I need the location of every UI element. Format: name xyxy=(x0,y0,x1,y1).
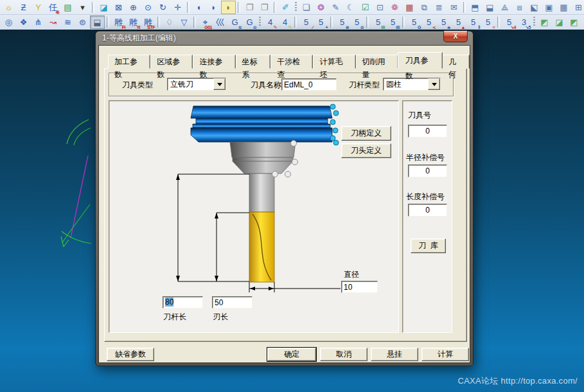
ok-button[interactable]: 确定 xyxy=(267,348,316,361)
layers-caret-icon[interactable]: ▾ xyxy=(75,1,90,14)
frame-box-icon[interactable]: ⊡ xyxy=(373,1,387,14)
convert-5to4-icon[interactable]: 5↘4 xyxy=(502,15,517,29)
green-op-a-icon[interactable]: ◩ xyxy=(537,15,552,29)
axis5-mill-b-icon[interactable]: 5▤ xyxy=(385,15,400,29)
solid-box-icon[interactable]: ⬒ xyxy=(468,1,482,14)
spray-brush-icon[interactable]: ✐ xyxy=(278,1,293,14)
axis5-drill-b-icon[interactable]: 5⊘ xyxy=(350,15,364,29)
folder-send-icon[interactable]: ✉ xyxy=(447,1,461,14)
fan-blade-icon[interactable]: ⋔ xyxy=(31,15,46,29)
tab-region-params[interactable]: 区域参数 xyxy=(150,55,193,69)
copy-a-icon[interactable]: ❐ xyxy=(242,1,257,14)
chevron-down-icon[interactable] xyxy=(213,78,226,90)
axis5-base-icon[interactable]: 5≡ xyxy=(481,15,495,29)
keyboard-panel-icon[interactable]: ▦ xyxy=(402,1,417,14)
filter-icon[interactable]: Y xyxy=(31,1,46,14)
check-edit-icon[interactable]: ☑ xyxy=(358,1,373,14)
engrave-yi-icon[interactable]: 雕YI xyxy=(126,15,141,29)
tab-machining-params[interactable]: 加工参数 xyxy=(108,55,150,69)
green-op-d-icon[interactable]: ◪ xyxy=(581,15,584,29)
axis5-mill-a-icon[interactable]: 5▤ xyxy=(371,15,385,29)
sheet-stack-icon[interactable]: ≣ xyxy=(432,1,447,14)
shade-bulb-icon[interactable]: ☼ xyxy=(1,1,16,14)
axis5-parallel-icon[interactable]: 5∥ xyxy=(466,15,481,29)
edge-length-input[interactable] xyxy=(212,296,252,308)
calculate-button[interactable]: 计算 xyxy=(421,348,469,361)
axis5-drill-a-icon[interactable]: 5⊗ xyxy=(335,15,350,29)
pan-view-icon[interactable]: ✛ xyxy=(170,1,185,14)
eraser-icon[interactable]: ◪ xyxy=(96,1,111,14)
axis5-g-icon[interactable]: 5G xyxy=(407,15,421,29)
diameter-input[interactable] xyxy=(341,281,378,293)
engrave-stf-icon[interactable]: 雕STF xyxy=(141,15,155,29)
green-op-c-icon[interactable]: ◩ xyxy=(567,15,581,29)
view-moon-icon[interactable]: ☾ xyxy=(343,1,358,14)
shank-define-button[interactable]: 刀柄定义 xyxy=(341,126,391,141)
tab-cutting-params[interactable]: 切削用量 xyxy=(356,55,398,69)
green-op-b-icon[interactable]: ◪ xyxy=(552,15,567,29)
g01-lamp-icon[interactable]: ⌖G01 xyxy=(198,15,213,29)
dialog-titlebar[interactable]: 1-等高线粗加工(编辑) X xyxy=(98,31,470,45)
surface-shell-b-icon[interactable]: ◗ xyxy=(206,1,221,14)
render-palette-icon[interactable]: ❂ xyxy=(314,1,328,14)
solid-target-icon[interactable]: ⊞ xyxy=(571,1,584,14)
radius-comp-input[interactable] xyxy=(408,165,447,177)
cad-viewport[interactable]: CAXA论坛 http://top.caxa.com/ 1-等高线粗加工(编辑)… xyxy=(0,30,584,392)
coil-icon[interactable]: ≋ xyxy=(60,15,75,29)
task-manager-icon[interactable]: 任务 xyxy=(46,1,60,14)
tool-number-input[interactable] xyxy=(408,125,447,138)
axis5-add-icon[interactable]: 5+ xyxy=(314,15,328,29)
solid-corner-icon[interactable]: ⬕ xyxy=(527,1,542,14)
suspend-button[interactable]: 悬挂 xyxy=(371,348,418,361)
g-steps-icon[interactable]: G≋ xyxy=(227,15,242,29)
chevron-down-icon[interactable] xyxy=(428,78,440,90)
lamp-b-icon[interactable]: ▽ xyxy=(177,15,191,29)
solid-grid-icon[interactable]: ▦ xyxy=(556,1,571,14)
axis5-line-icon[interactable]: 5∕ xyxy=(299,15,314,29)
head-define-button[interactable]: 刀头定义 xyxy=(341,143,391,158)
copy-b-icon[interactable]: ❐ xyxy=(257,1,272,14)
disc-stack-icon[interactable]: ⊜ xyxy=(75,15,90,29)
flow-lines-icon[interactable]: 巛 xyxy=(213,15,227,29)
layers-icon[interactable]: ▤ xyxy=(60,1,75,14)
surface-shell-active-icon[interactable]: ◗ xyxy=(221,1,236,14)
tab-blank-calc[interactable]: 计算毛坯 xyxy=(313,55,355,69)
cancel-button[interactable]: 取消 xyxy=(320,348,367,361)
sketch-plane-icon[interactable]: Ƶ xyxy=(16,1,31,14)
curve-pen-icon[interactable]: ↝ xyxy=(46,15,60,29)
gift-render-icon[interactable]: ❁ xyxy=(387,1,402,14)
axis5-cut-icon[interactable]: 5≺ xyxy=(421,15,436,29)
convert-3to5-icon[interactable]: 3↘5 xyxy=(517,15,531,29)
tab-coordinate-system[interactable]: 坐标系 xyxy=(236,55,271,69)
defaults-button[interactable]: 缺省参数 xyxy=(107,348,154,361)
frame-window-icon[interactable]: ❏ xyxy=(299,1,314,14)
tab-geometry[interactable]: 几何 xyxy=(442,55,470,69)
solid-sheet-icon[interactable]: ⟁ xyxy=(497,1,512,14)
spiral-cone-icon[interactable]: ◎ xyxy=(1,15,16,29)
zoom-window-icon[interactable]: ⊠ xyxy=(111,1,126,14)
impeller-icon[interactable]: ❖ xyxy=(16,15,31,29)
tool-name-input[interactable] xyxy=(281,78,337,91)
solid-frame-icon[interactable]: ⧈ xyxy=(512,1,527,14)
axis4-rough-icon[interactable]: 4✎ xyxy=(263,15,278,29)
g-drill-icon[interactable]: G⊙ xyxy=(242,15,257,29)
surface-shell-a-icon[interactable]: ◖ xyxy=(191,1,206,14)
tab-interference-check[interactable]: 干涉检查 xyxy=(270,55,313,69)
solid-cut-icon[interactable]: ⬓ xyxy=(482,1,497,14)
axis5-gem-icon[interactable]: 5◈ xyxy=(436,15,451,29)
tab-connect-params[interactable]: 连接参数 xyxy=(193,55,235,69)
tool-type-combo[interactable]: 立铣刀 xyxy=(167,78,226,91)
axis5-peak-icon[interactable]: 5▲ xyxy=(451,15,466,29)
zoom-dynamic-icon[interactable]: ⊙ xyxy=(141,1,155,14)
shank-length-input[interactable]: 80 xyxy=(163,296,203,308)
view-note-icon[interactable]: ✎ xyxy=(328,1,343,14)
sheet-flip-icon[interactable]: ⧉ xyxy=(417,1,432,14)
lamp-a-icon[interactable]: ♢ xyxy=(162,15,177,29)
pocket-mill-icon[interactable]: ⬓ xyxy=(90,15,105,29)
rotate-view-icon[interactable]: ↻ xyxy=(155,1,170,14)
zoom-in-icon[interactable]: ⊕ xyxy=(126,1,141,14)
solid-dot-icon[interactable]: ▣ xyxy=(542,1,556,14)
length-comp-input[interactable] xyxy=(408,204,447,217)
close-button[interactable]: X xyxy=(443,31,468,42)
tool-library-button[interactable]: 刀 库 xyxy=(411,238,446,253)
